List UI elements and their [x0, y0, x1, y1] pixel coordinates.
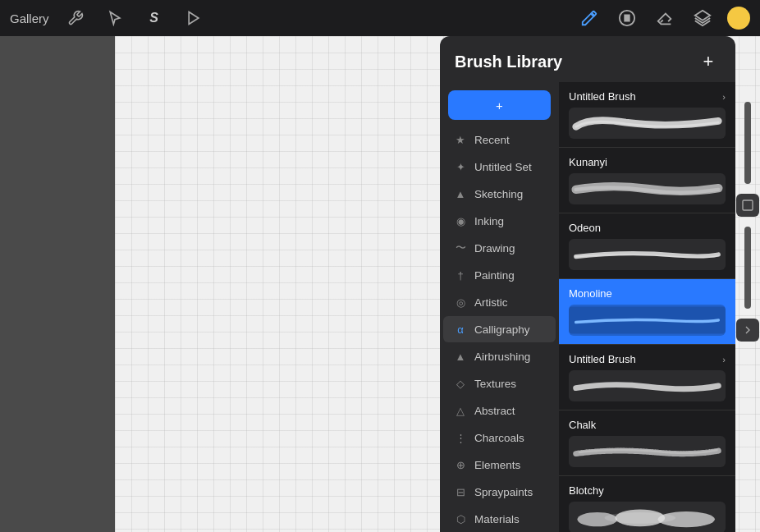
category-list: + ★Recent✦Untitled Set▲Sketching◉Inking〜… — [440, 82, 559, 532]
brush-item-header-odeon: Odeon — [569, 222, 726, 234]
sidebar-item-sketching[interactable]: ▲Sketching — [443, 181, 556, 207]
materials-icon: ⬡ — [453, 511, 468, 526]
opacity-slider[interactable] — [744, 227, 751, 309]
brush-name-kunanyi: Kunanyi — [569, 156, 607, 168]
brush-item-untitled-brush-2[interactable]: Untitled Brush› — [559, 345, 735, 410]
sidebar-item-calligraphy[interactable]: αCalligraphy — [443, 316, 556, 342]
brush-preview-untitled-brush-2 — [569, 370, 726, 401]
brush-library-panel: Brush Library + + ★Recent✦Untitled Set▲S… — [440, 36, 735, 532]
transform-button[interactable] — [181, 5, 207, 31]
brush-item-untitled-brush-1[interactable]: Untitled Brush› — [559, 82, 735, 148]
plus-icon: + — [496, 99, 503, 112]
sidebar-item-untitled-set[interactable]: ✦Untitled Set — [443, 154, 556, 180]
textures-icon: ◇ — [453, 376, 468, 391]
brush-chevron-untitled-brush-1: › — [722, 92, 726, 102]
add-brush-button[interactable]: + — [696, 49, 721, 74]
category-label-artistic: Artistic — [474, 296, 508, 309]
category-label-airbrushing: Airbrushing — [474, 351, 530, 363]
category-label-materials: Materials — [474, 513, 520, 525]
artistic-icon: ◎ — [453, 295, 468, 310]
drawing-icon: 〜 — [453, 241, 468, 255]
sidebar-item-abstract[interactable]: △Abstract — [443, 397, 556, 424]
brush-name-monoline: Monoline — [569, 287, 612, 300]
avatar — [727, 7, 750, 30]
wrench-button[interactable] — [62, 5, 89, 31]
brush-list: Untitled Brush› Kunanyi Odeon Monoline U… — [559, 82, 735, 532]
brush-item-odeon[interactable]: Odeon — [559, 213, 735, 279]
brush-name-odeon: Odeon — [569, 222, 601, 234]
category-label-untitled-set: Untitled Set — [474, 161, 532, 173]
eraser-button[interactable] — [652, 5, 678, 31]
brush-name-untitled-brush-1: Untitled Brush — [569, 90, 636, 103]
sidebar-item-inking[interactable]: ◉Inking — [443, 208, 556, 234]
brush-item-header-monoline: Monoline — [569, 287, 726, 300]
brush-item-kunanyi[interactable]: Kunanyi — [559, 148, 735, 213]
sidebar-item-materials[interactable]: ⬡Materials — [443, 506, 556, 532]
category-label-calligraphy: Calligraphy — [474, 323, 530, 336]
sidebar-item-recent[interactable]: ★Recent — [443, 126, 556, 153]
brush-name-chalk: Chalk — [569, 419, 596, 431]
size-slider[interactable] — [744, 102, 751, 184]
arrow-right-icon-btn[interactable] — [736, 319, 759, 342]
brush-tool-button[interactable] — [576, 5, 602, 31]
airbrushing-icon: ▲ — [453, 349, 468, 364]
brush-item-monoline[interactable]: Monoline — [559, 279, 735, 345]
category-label-painting: Painting — [474, 269, 515, 282]
brush-library-header: Brush Library + — [440, 36, 735, 82]
sidebar-item-artistic[interactable]: ◎Artistic — [443, 289, 556, 315]
spraypaints-icon: ⊟ — [453, 484, 468, 499]
elements-icon: ⊕ — [453, 457, 468, 472]
abstract-icon: △ — [453, 403, 468, 418]
charcoals-icon: ⋮ — [453, 430, 468, 445]
smudge-tool-button[interactable] — [614, 5, 640, 31]
liquefy-button[interactable]: S — [141, 5, 167, 31]
brush-name-untitled-brush-2: Untitled Brush — [569, 353, 636, 365]
calligraphy-icon: α — [453, 322, 468, 337]
sidebar-item-painting[interactable]: †Painting — [443, 262, 556, 288]
category-label-recent: Recent — [474, 134, 510, 146]
sidebar-item-airbrushing[interactable]: ▲Airbrushing — [443, 343, 556, 369]
brush-preview-untitled-brush-1 — [569, 108, 726, 139]
category-label-abstract: Abstract — [474, 405, 515, 417]
gallery-button[interactable]: Gallery — [10, 11, 49, 25]
sidebar-item-drawing[interactable]: 〜Drawing — [443, 235, 556, 261]
sidebar-item-textures[interactable]: ◇Textures — [443, 370, 556, 397]
svg-marker-0 — [189, 12, 199, 25]
brush-item-blotchy[interactable]: Blotchy — [559, 476, 735, 532]
sketching-icon: ▲ — [453, 186, 468, 201]
category-label-spraypaints: Spraypaints — [474, 486, 533, 498]
brush-preview-odeon — [569, 239, 726, 270]
inking-icon: ◉ — [453, 213, 468, 228]
brush-preview-chalk — [569, 436, 726, 467]
painting-icon: † — [453, 268, 468, 282]
brush-preview-kunanyi — [569, 173, 726, 204]
brush-library-body: + ★Recent✦Untitled Set▲Sketching◉Inking〜… — [440, 82, 735, 532]
svg-rect-2 — [743, 200, 753, 210]
category-label-drawing: Drawing — [474, 242, 515, 255]
sidebar-item-spraypaints[interactable]: ⊟Spraypaints — [443, 479, 556, 505]
brush-item-header-untitled-brush-1: Untitled Brush› — [569, 90, 726, 103]
category-label-inking: Inking — [474, 215, 504, 227]
brush-preview-blotchy — [569, 502, 726, 532]
category-label-charcoals: Charcoals — [474, 432, 524, 444]
brush-item-header-blotchy: Blotchy — [569, 484, 726, 497]
smudge-button[interactable] — [102, 5, 128, 31]
toolbar-left: Gallery S — [10, 5, 207, 31]
svg-point-13 — [604, 512, 675, 524]
layers-button[interactable] — [689, 5, 716, 31]
top-toolbar: Gallery S — [0, 0, 760, 36]
brush-preview-monoline — [569, 305, 726, 336]
new-brush-button[interactable]: + — [448, 90, 551, 120]
untitled-set-icon: ✦ — [453, 159, 468, 174]
category-label-textures: Textures — [474, 378, 516, 390]
brush-library-title: Brush Library — [455, 53, 562, 71]
sidebar-item-charcoals[interactable]: ⋮Charcoals — [443, 424, 556, 451]
brush-name-blotchy: Blotchy — [569, 484, 604, 497]
square-icon-btn[interactable] — [736, 194, 759, 217]
sidebar-item-elements[interactable]: ⊕Elements — [443, 452, 556, 478]
brush-item-header-kunanyi: Kunanyi — [569, 156, 726, 168]
right-controls — [735, 99, 760, 342]
brush-item-header-chalk: Chalk — [569, 419, 726, 431]
brush-item-chalk[interactable]: Chalk — [559, 410, 735, 476]
brush-item-header-untitled-brush-2: Untitled Brush› — [569, 353, 726, 365]
